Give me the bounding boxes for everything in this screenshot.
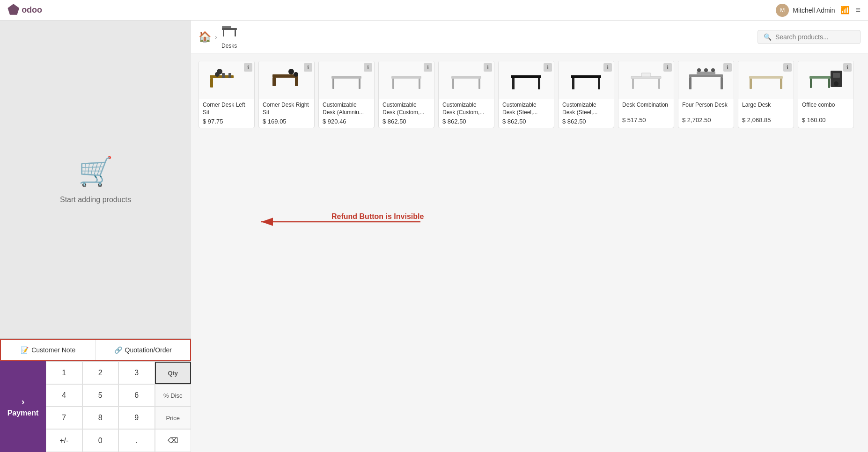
- svg-rect-24: [478, 79, 480, 89]
- bottom-controls: 📝 Customer Note 🔗 Quotation/Order › Paym…: [0, 338, 191, 452]
- cart-icon: 🛒: [78, 155, 113, 188]
- product-card[interactable]: ℹ Corner Desk Left Sit $ 97.75: [199, 61, 255, 128]
- product-info-icon[interactable]: ℹ: [663, 63, 672, 72]
- breadcrumb-nav: 🏠 › Desks: [199, 24, 238, 49]
- desks-category-icon: [221, 24, 238, 41]
- product-card[interactable]: ℹ Large Desk $ 2,068.85: [738, 61, 794, 128]
- product-image: ℹ: [499, 61, 554, 99]
- numpad-key-9[interactable]: 9: [118, 407, 155, 429]
- quotation-order-button[interactable]: 🔗 Quotation/Order: [96, 340, 191, 360]
- cart-area: 🛒 Start adding products: [0, 21, 191, 338]
- svg-rect-38: [697, 72, 715, 75]
- product-price: $ 97.75: [203, 118, 250, 125]
- svg-rect-18: [359, 79, 360, 89]
- numpad-label-Qty[interactable]: Qty: [155, 362, 191, 384]
- product-image: ℹ: [199, 61, 254, 99]
- numpad-key-3[interactable]: 3: [118, 362, 155, 384]
- customer-note-icon: 📝: [21, 346, 29, 354]
- svg-point-40: [704, 68, 708, 72]
- product-card[interactable]: ℹ Customizable Desk (Custom,... $ 862.50: [378, 61, 434, 128]
- svg-rect-2: [235, 30, 236, 36]
- product-card[interactable]: ℹ Customizable Desk (Steel,... $ 862.50: [558, 61, 614, 128]
- product-name: Office combo: [802, 102, 850, 115]
- odoo-logo-icon: ⬟: [7, 2, 19, 18]
- svg-rect-16: [331, 76, 361, 79]
- product-price: $ 169.05: [263, 118, 310, 125]
- numpad-key-7[interactable]: 7: [46, 407, 82, 429]
- svg-rect-7: [222, 73, 225, 78]
- product-price: $ 862.50: [442, 118, 490, 125]
- hamburger-menu-icon[interactable]: ≡: [855, 5, 861, 15]
- product-details: Customizable Desk (Custom,... $ 862.50: [379, 99, 434, 128]
- product-name: Customizable Desk (Custom,...: [383, 102, 430, 116]
- svg-rect-1: [223, 30, 224, 36]
- breadcrumb-separator: ›: [215, 33, 217, 41]
- odoo-logo-text: odoo: [22, 5, 42, 15]
- numpad-key-8[interactable]: 8: [82, 407, 119, 429]
- numpad-key-6[interactable]: 6: [118, 384, 155, 407]
- product-info-icon[interactable]: ℹ: [484, 63, 492, 72]
- svg-rect-21: [419, 79, 420, 89]
- product-name: Corner Desk Left Sit: [203, 102, 250, 116]
- product-card[interactable]: ℹ Customizable Desk (Steel,... $ 862.50: [498, 61, 554, 128]
- numpad-label-Price[interactable]: Price: [155, 407, 191, 429]
- svg-point-39: [697, 68, 701, 72]
- cart-empty-text: Start adding products: [60, 196, 131, 204]
- desks-category-item[interactable]: Desks: [221, 24, 238, 49]
- svg-rect-17: [332, 79, 334, 89]
- product-info-icon[interactable]: ℹ: [364, 63, 372, 72]
- svg-rect-28: [571, 75, 601, 78]
- svg-point-14: [288, 69, 294, 74]
- payment-button[interactable]: › Payment: [0, 361, 46, 452]
- product-info-icon[interactable]: ℹ: [843, 63, 852, 72]
- svg-rect-33: [658, 79, 660, 89]
- product-price: $ 517.50: [622, 117, 670, 124]
- action-buttons: 📝 Customer Note 🔗 Quotation/Order: [0, 339, 191, 361]
- numpad-key-5[interactable]: 5: [82, 384, 119, 407]
- product-card[interactable]: ℹ Customizable Desk (Alumniu... $ 920.46: [318, 61, 375, 128]
- product-card[interactable]: ℹ Office combo $ 160.00: [798, 61, 854, 128]
- search-input[interactable]: [775, 33, 854, 41]
- product-info-icon[interactable]: ℹ: [783, 63, 792, 72]
- search-icon: 🔍: [764, 33, 772, 41]
- navbar-right: M Mitchell Admin 📶 ≡: [776, 4, 861, 17]
- customer-note-button[interactable]: 📝 Customer Note: [1, 340, 96, 360]
- product-info-icon[interactable]: ℹ: [424, 63, 432, 72]
- numpad-key-4[interactable]: 4: [46, 384, 82, 407]
- numpad-key-2[interactable]: 2: [82, 362, 119, 384]
- product-name: Customizable Desk (Custom,...: [442, 102, 490, 116]
- numpad-key--[interactable]: ⌫: [155, 429, 191, 452]
- product-info-icon[interactable]: ℹ: [723, 63, 732, 72]
- product-info-icon[interactable]: ℹ: [304, 63, 312, 72]
- numpad-key--[interactable]: .: [118, 429, 155, 452]
- product-image: ℹ: [259, 61, 314, 99]
- product-info-icon[interactable]: ℹ: [603, 63, 612, 72]
- svg-rect-45: [809, 76, 831, 79]
- numpad-key-0[interactable]: 0: [82, 429, 119, 452]
- svg-rect-8: [228, 73, 231, 78]
- search-bar[interactable]: 🔍: [758, 30, 861, 44]
- product-price: $ 2,702.50: [682, 117, 730, 124]
- product-price: $ 862.50: [562, 118, 610, 125]
- product-details: Four Person Desk $ 2,702.50: [678, 99, 734, 126]
- product-name: Customizable Desk (Steel,...: [562, 102, 610, 116]
- numpad-area: › Payment 123Qty456% Disc789Price+/-0.⌫: [0, 361, 191, 452]
- right-panel: 🏠 › Desks 🔍: [191, 21, 868, 452]
- numpad-key----[interactable]: +/-: [46, 429, 82, 452]
- product-card[interactable]: ℹ Customizable Desk (Custom,... $ 862.50: [438, 61, 494, 128]
- quotation-order-icon: 🔗: [114, 346, 122, 354]
- product-info-icon[interactable]: ℹ: [544, 63, 552, 72]
- product-details: Office combo $ 160.00: [798, 99, 853, 126]
- breadcrumb-bar: 🏠 › Desks 🔍: [191, 21, 868, 53]
- product-info-icon[interactable]: ℹ: [244, 63, 252, 72]
- product-image: ℹ: [559, 61, 614, 99]
- product-card[interactable]: ℹ Corner Desk Right Sit $ 169.05: [258, 61, 315, 128]
- product-image: ℹ: [798, 61, 853, 99]
- product-card[interactable]: ℹ Desk Combination $ 517.50: [618, 61, 674, 128]
- numpad-key-1[interactable]: 1: [46, 362, 82, 384]
- numpad-label---Disc[interactable]: % Disc: [155, 384, 191, 407]
- product-details: Desk Combination $ 517.50: [618, 99, 674, 126]
- product-image: ℹ: [439, 61, 494, 99]
- product-card[interactable]: ℹ Four Person Desk $ 2,702.50: [678, 61, 734, 128]
- home-icon[interactable]: 🏠: [199, 31, 211, 43]
